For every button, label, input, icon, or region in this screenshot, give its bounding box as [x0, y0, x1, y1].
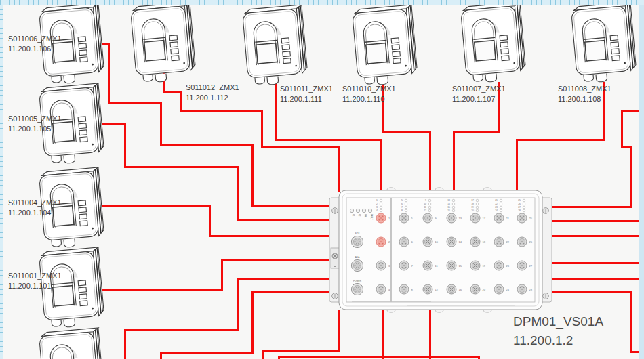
port-led-number: 10 — [424, 203, 426, 205]
port-led-number: 27 — [518, 206, 521, 209]
device-S011007_ZMX1[interactable] — [460, 2, 527, 84]
port-number: 13 — [459, 217, 462, 220]
port-number: 28 — [529, 288, 533, 291]
port-led-number: 7 — [401, 206, 403, 209]
port-number: 21 — [506, 217, 510, 220]
port-led-number: 13 — [447, 199, 450, 202]
port-number: 12 — [435, 288, 439, 291]
port-led-number: 4 — [376, 209, 378, 212]
port-led-number: 20 — [471, 209, 474, 212]
port-number: 24 — [506, 288, 510, 291]
wire[interactable] — [382, 82, 430, 192]
port-led-number: 11 — [424, 206, 426, 209]
diagram-canvas: 12341234P1P2RMFAULTS.24ACAPOWER567856789… — [0, 0, 644, 359]
device-S011010_ZMX1[interactable] — [352, 5, 418, 87]
ruler-right — [639, 5, 644, 359]
port-led-number: 12 — [424, 209, 426, 212]
aux-port-label: S.24 — [355, 232, 360, 235]
port-led-number: 17 — [471, 199, 474, 202]
status-led-label: P2 — [358, 214, 361, 217]
port-number: 26 — [529, 240, 533, 244]
device-S011012_ZMX1[interactable] — [130, 2, 197, 84]
port-led-number: 15 — [447, 206, 450, 209]
port-led-number: 5 — [401, 199, 403, 202]
status-led-label: P1 — [352, 214, 355, 217]
port-led-number: 8 — [401, 209, 403, 212]
port-led-number: 6 — [401, 203, 403, 205]
aux-port-label: POWER — [353, 280, 362, 282]
port-led-number: 18 — [471, 203, 474, 205]
port-number: 25 — [529, 217, 533, 220]
port-led-number: 23 — [495, 206, 498, 209]
wire[interactable] — [454, 82, 499, 192]
port-number: 17 — [483, 217, 486, 220]
device-S011005_ZMX1[interactable] — [39, 83, 105, 165]
port-led-number: 3 — [376, 206, 378, 209]
device-S011001_ZMX1[interactable] — [39, 247, 105, 329]
wire[interactable] — [161, 291, 334, 359]
port-led-number: 19 — [471, 206, 474, 209]
port-number: 23 — [506, 264, 510, 268]
device-S011008_ZMX1[interactable] — [571, 2, 637, 84]
port-led-number: 1 — [376, 199, 378, 202]
wire[interactable] — [99, 260, 334, 289]
port-led-number: 14 — [447, 203, 450, 205]
port-led-number: 25 — [518, 199, 521, 202]
port-number: 18 — [483, 240, 486, 244]
port-led-number: 9 — [425, 199, 426, 202]
wire[interactable] — [275, 82, 381, 192]
port-number: 27 — [529, 264, 533, 268]
dpm-panel[interactable]: 12341234P1P2RMFAULTS.24ACAPOWER567856789… — [329, 188, 552, 312]
aux-port-label: ACA — [355, 256, 360, 259]
port-led-number: 21 — [495, 199, 498, 202]
status-led-label: FAULT — [370, 214, 373, 220]
port-led-number: 24 — [495, 209, 498, 212]
wire[interactable] — [517, 82, 604, 192]
wiring-diagram: 12341234P1P2RMFAULTS.24ACAPOWER567856789… — [0, 0, 644, 359]
port-led-number: 16 — [447, 209, 450, 212]
wire[interactable] — [279, 356, 479, 359]
device-S011011_ZMX1[interactable] — [242, 5, 308, 87]
port-number: 16 — [459, 288, 462, 291]
device-S011006_ZMX1[interactable] — [39, 3, 105, 85]
wire[interactable] — [262, 310, 339, 359]
port-number: 10 — [435, 240, 439, 244]
wire[interactable] — [548, 292, 644, 352]
port-number: 14 — [459, 240, 462, 244]
ruler-top — [0, 0, 644, 5]
port-number: 20 — [483, 288, 486, 291]
port-led-number: 28 — [518, 209, 521, 212]
port-number: 22 — [506, 240, 510, 244]
ruler-left — [0, 5, 3, 359]
port-led-number: 26 — [518, 203, 521, 205]
wire[interactable] — [548, 111, 644, 207]
status-led-label: RM — [364, 214, 367, 217]
port-number: 15 — [459, 264, 462, 268]
port-number: 19 — [483, 264, 486, 268]
device-S011004_ZMX1[interactable] — [39, 167, 105, 249]
port-led-number: 2 — [376, 203, 378, 205]
device-partial[interactable] — [39, 328, 105, 359]
port-led-number: 22 — [495, 203, 498, 205]
